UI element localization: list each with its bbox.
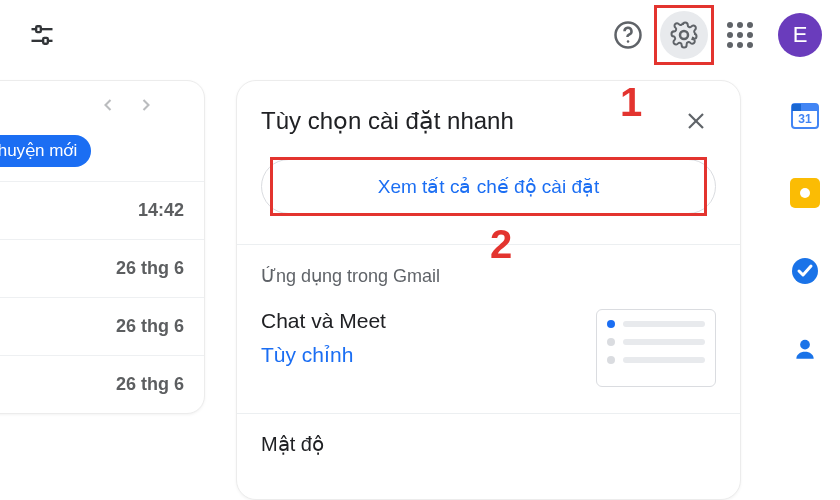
close-button[interactable] bbox=[676, 101, 716, 141]
scrollbar-thumb[interactable] bbox=[204, 231, 205, 346]
side-panel: 31 bbox=[770, 100, 840, 364]
list-item[interactable]: 14:42 bbox=[0, 181, 204, 239]
svg-point-6 bbox=[680, 31, 688, 39]
chat-meet-title: Chat và Meet bbox=[261, 309, 386, 333]
new-chat-chip[interactable]: o chuyện mới bbox=[0, 135, 91, 167]
keep-icon[interactable] bbox=[790, 178, 820, 208]
see-all-settings-button[interactable]: Xem tất cả chế độ cài đặt bbox=[261, 159, 716, 214]
svg-rect-3 bbox=[43, 38, 48, 44]
divider bbox=[237, 244, 740, 245]
mail-list-panel: 48 o chuyện mới 14:42 26 thg 6 26 thg 6 … bbox=[0, 80, 205, 414]
tasks-icon[interactable] bbox=[790, 256, 820, 286]
help-icon[interactable] bbox=[604, 11, 652, 59]
account-avatar[interactable]: E bbox=[778, 13, 822, 57]
svg-point-14 bbox=[800, 340, 810, 350]
svg-point-5 bbox=[627, 40, 630, 43]
quick-settings-panel: Tùy chọn cài đặt nhanh Xem tất cả chế độ… bbox=[236, 80, 741, 500]
panel-title: Tùy chọn cài đặt nhanh bbox=[261, 107, 514, 135]
google-apps-icon[interactable] bbox=[716, 11, 764, 59]
svg-rect-11 bbox=[792, 104, 801, 111]
layout-preview bbox=[596, 309, 716, 387]
customize-link[interactable]: Tùy chỉnh bbox=[261, 343, 386, 367]
divider bbox=[237, 413, 740, 414]
settings-button[interactable] bbox=[660, 11, 708, 59]
tune-icon[interactable] bbox=[18, 11, 66, 59]
calendar-icon[interactable]: 31 bbox=[790, 100, 820, 130]
contacts-icon[interactable] bbox=[790, 334, 820, 364]
section-label-apps: Ứng dụng trong Gmail bbox=[261, 265, 716, 287]
avatar-initial: E bbox=[793, 22, 808, 48]
svg-rect-2 bbox=[36, 26, 41, 32]
list-item[interactable]: 26 thg 6 bbox=[0, 297, 204, 355]
gear-icon bbox=[669, 20, 699, 50]
top-bar: E bbox=[0, 0, 840, 70]
close-icon bbox=[684, 109, 708, 133]
prev-page-button[interactable] bbox=[94, 91, 122, 119]
section-label-density: Mật độ bbox=[261, 432, 716, 456]
svg-text:31: 31 bbox=[798, 112, 812, 126]
list-item[interactable]: 26 thg 6 bbox=[0, 239, 204, 297]
list-item[interactable]: 26 thg 6 bbox=[0, 355, 204, 413]
see-all-settings-label: Xem tất cả chế độ cài đặt bbox=[378, 176, 600, 197]
next-page-button[interactable] bbox=[132, 91, 160, 119]
